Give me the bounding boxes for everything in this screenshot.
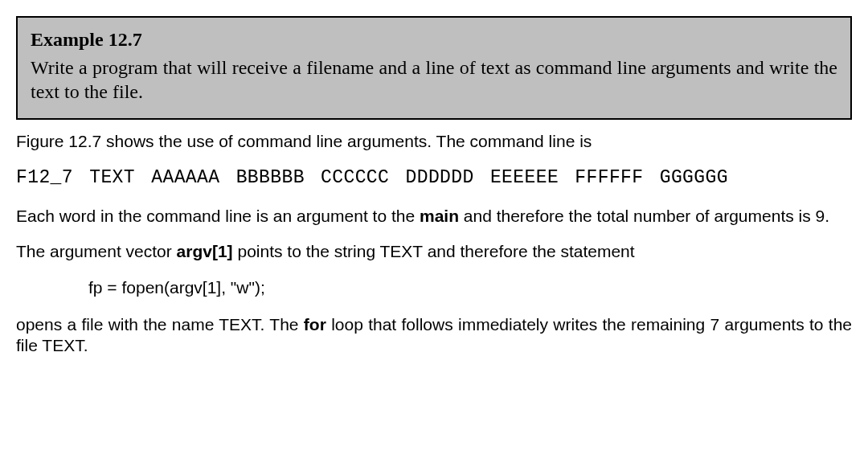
paragraph-2-text-a: Each word in the command line is an argu… — [16, 207, 420, 225]
paragraph-2-text-b: and therefore the total number of argume… — [459, 207, 829, 225]
paragraph-1: Figure 12.7 shows the use of command lin… — [16, 131, 852, 152]
paragraph-4-text-a: opens a file with the name TEXT. The — [16, 315, 304, 334]
example-box: Example 12.7 Write a program that will r… — [16, 16, 852, 120]
paragraph-3-text-b: points to the string TEXT and therefore … — [233, 242, 635, 260]
for-keyword: for — [304, 315, 326, 334]
paragraph-3-text-a: The argument vector — [16, 242, 177, 260]
paragraph-3: The argument vector argv[1] points to th… — [16, 241, 852, 262]
paragraph-4: opens a file with the name TEXT. The for… — [16, 314, 852, 357]
example-title: Example 12.7 — [31, 29, 837, 51]
command-line: F12_7 TEXT AAAAAA BBBBBB CCCCCC DDDDDD E… — [16, 166, 852, 190]
example-prompt: Write a program that will receive a file… — [31, 55, 837, 104]
main-keyword: main — [420, 207, 459, 225]
paragraph-2: Each word in the command line is an argu… — [16, 206, 852, 227]
argv-keyword: argv[1] — [177, 242, 233, 260]
code-statement: fp = fopen(argv[1], "w"); — [88, 277, 852, 298]
body-content: Figure 12.7 shows the use of command lin… — [16, 131, 852, 356]
